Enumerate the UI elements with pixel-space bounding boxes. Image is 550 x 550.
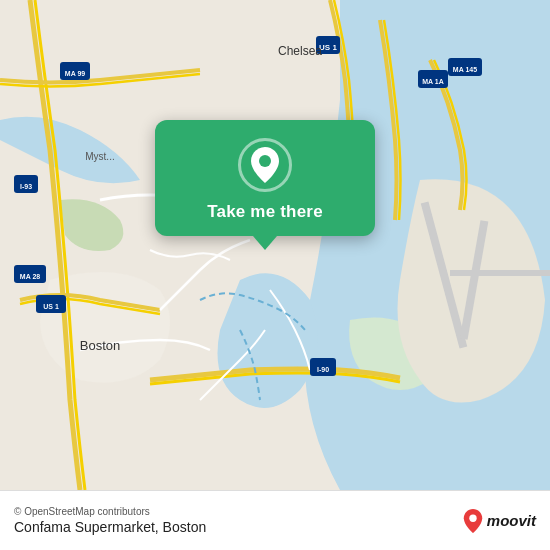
svg-text:Boston: Boston bbox=[80, 338, 120, 353]
location-info: © OpenStreetMap contributors Confama Sup… bbox=[14, 506, 463, 535]
svg-point-24 bbox=[469, 514, 476, 521]
map-view[interactable]: US 1 MA 99 I-93 MA 1A MA 145 US 1 MA 28 … bbox=[0, 0, 550, 490]
pin-icon-circle bbox=[238, 138, 292, 192]
svg-text:I-93: I-93 bbox=[20, 183, 32, 190]
svg-text:Myst...: Myst... bbox=[85, 151, 114, 162]
bottom-bar: © OpenStreetMap contributors Confama Sup… bbox=[0, 490, 550, 550]
location-pin-icon bbox=[250, 147, 280, 183]
svg-text:I-90: I-90 bbox=[317, 366, 329, 373]
moovit-logo: moovit bbox=[463, 509, 536, 533]
svg-point-23 bbox=[259, 155, 271, 167]
moovit-pin-icon bbox=[463, 509, 483, 533]
moovit-brand-text: moovit bbox=[487, 512, 536, 529]
svg-text:MA 1A: MA 1A bbox=[422, 78, 444, 85]
svg-text:MA 99: MA 99 bbox=[65, 70, 85, 77]
svg-text:US 1: US 1 bbox=[43, 303, 59, 310]
location-name: Confama Supermarket, Boston bbox=[14, 519, 463, 535]
take-me-there-button[interactable]: Take me there bbox=[207, 202, 323, 222]
svg-rect-3 bbox=[450, 270, 550, 276]
svg-text:MA 28: MA 28 bbox=[20, 273, 40, 280]
svg-text:Chelsea: Chelsea bbox=[278, 44, 322, 58]
navigation-popup[interactable]: Take me there bbox=[155, 120, 375, 236]
osm-attribution: © OpenStreetMap contributors bbox=[14, 506, 463, 517]
svg-text:MA 145: MA 145 bbox=[453, 66, 477, 73]
